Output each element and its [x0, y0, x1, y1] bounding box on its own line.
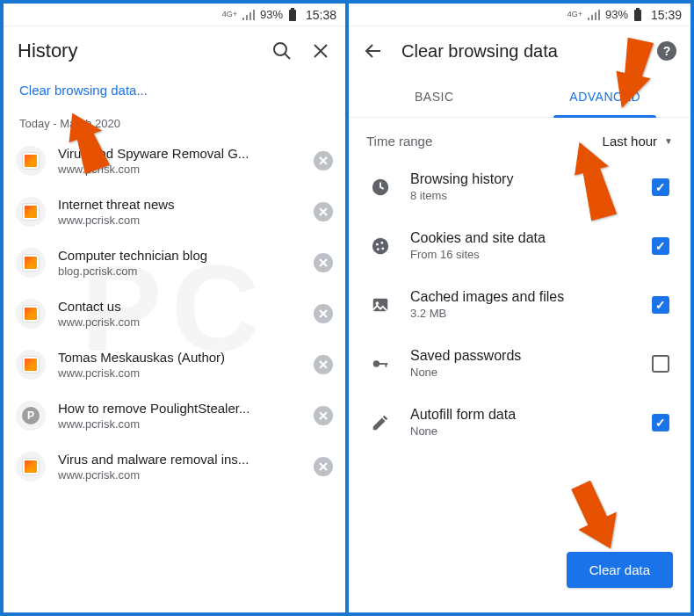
time-range-selector[interactable]: Time range Last hour ▼ — [349, 118, 690, 157]
clear-option-row[interactable]: Autofill form dataNone — [352, 393, 687, 452]
history-item-title: Contact us — [58, 299, 301, 314]
close-icon[interactable] — [310, 40, 331, 62]
key-icon — [370, 353, 391, 374]
clear-data-screen: 4G+ 93% 15:39 Clear browsing data ? BASI… — [349, 4, 690, 612]
svg-rect-21 — [636, 8, 640, 10]
clear-option-row[interactable]: Cached images and files3.2 MB — [352, 275, 687, 334]
pencil-icon — [370, 412, 391, 433]
arrow-annotation — [559, 477, 629, 560]
delete-item-icon[interactable] — [314, 304, 333, 323]
option-subtitle: None — [410, 424, 633, 438]
history-item-domain: www.pcrisk.com — [58, 366, 301, 380]
delete-item-icon[interactable] — [314, 457, 333, 476]
svg-point-2 — [274, 43, 286, 55]
option-checkbox[interactable] — [652, 355, 669, 373]
network-indicator: 4G+ — [567, 11, 582, 18]
option-subtitle: None — [410, 366, 633, 379]
history-item[interactable]: Contact uswww.pcrisk.com — [4, 288, 345, 339]
network-indicator: 4G+ — [222, 11, 237, 18]
history-item-title: Tomas Meskauskas (Author) — [58, 350, 301, 365]
clock: 15:38 — [306, 8, 336, 22]
delete-item-icon[interactable] — [314, 202, 333, 221]
option-checkbox[interactable] — [652, 237, 669, 255]
battery-icon — [288, 8, 297, 22]
svg-point-27 — [381, 247, 384, 250]
history-item-domain: www.pcrisk.com — [58, 315, 301, 329]
favicon — [16, 350, 46, 380]
svg-point-24 — [372, 237, 388, 253]
svg-line-3 — [285, 54, 290, 59]
svg-point-26 — [380, 241, 383, 243]
option-title: Cached images and files — [410, 289, 633, 305]
option-title: Autofill form data — [410, 407, 633, 423]
tab-advanced[interactable]: ADVANCED — [520, 76, 691, 117]
page-title: Clear browsing data — [401, 41, 640, 62]
svg-point-28 — [377, 248, 380, 250]
time-range-value: Last hour — [603, 134, 658, 149]
favicon — [16, 299, 46, 329]
history-item-title: Internet threat news — [58, 197, 301, 212]
svg-rect-20 — [634, 10, 641, 21]
history-item[interactable]: Computer technician blogblog.pcrisk.com — [4, 237, 345, 288]
history-item-domain: www.pcrisk.com — [58, 214, 301, 227]
clear-option-row[interactable]: Saved passwordsNone — [352, 334, 687, 393]
history-item-title: Virus and Spyware Removal G... — [58, 146, 301, 161]
history-item-domain: blog.pcrisk.com — [58, 265, 301, 278]
history-screen: PC 4G+ 93% 15:38 History Clear browsing … — [4, 4, 345, 612]
favicon: P — [16, 401, 46, 431]
history-item[interactable]: Tomas Meskauskas (Author)www.pcrisk.com — [4, 339, 345, 390]
clock-icon — [370, 177, 391, 198]
signal-icon — [242, 10, 255, 20]
history-item-title: Computer technician blog — [58, 248, 301, 263]
history-item[interactable]: Virus and malware removal ins...www.pcri… — [4, 441, 345, 492]
clear-option-row[interactable]: Cookies and site dataFrom 16 sites — [352, 216, 687, 275]
favicon — [16, 146, 46, 176]
clear-data-button[interactable]: Clear data — [567, 552, 673, 588]
battery-percent: 93% — [260, 8, 283, 21]
svg-point-31 — [373, 360, 380, 366]
history-item-title: How to remove PoulightStealer... — [58, 401, 301, 416]
tab-basic[interactable]: BASIC — [349, 76, 520, 117]
option-checkbox[interactable] — [652, 296, 669, 314]
svg-point-30 — [376, 301, 380, 305]
cookie-icon — [370, 236, 391, 257]
option-title: Cookies and site data — [410, 230, 633, 246]
clear-options-list: Browsing history8 itemsCookies and site … — [349, 157, 690, 452]
battery-percent: 93% — [605, 8, 628, 21]
delete-item-icon[interactable] — [314, 151, 333, 170]
svg-rect-0 — [289, 10, 296, 21]
back-icon[interactable] — [363, 40, 384, 62]
status-bar: 4G+ 93% 15:38 — [4, 4, 345, 26]
history-item-domain: www.pcrisk.com — [58, 417, 301, 431]
history-item[interactable]: PHow to remove PoulightStealer...www.pcr… — [4, 390, 345, 441]
delete-item-icon[interactable] — [314, 406, 333, 425]
favicon — [16, 248, 46, 278]
option-checkbox[interactable] — [652, 178, 669, 196]
appbar: Clear browsing data ? — [349, 26, 690, 76]
option-subtitle: 8 items — [410, 189, 633, 202]
chevron-down-icon: ▼ — [664, 136, 673, 146]
option-checkbox[interactable] — [652, 414, 669, 431]
option-subtitle: 3.2 MB — [410, 307, 633, 320]
svg-rect-33 — [386, 363, 387, 367]
history-item[interactable]: Internet threat newswww.pcrisk.com — [4, 186, 345, 237]
signal-icon — [588, 10, 600, 20]
image-icon — [370, 294, 391, 315]
delete-item-icon[interactable] — [314, 253, 333, 272]
option-title: Browsing history — [410, 171, 633, 187]
battery-icon — [633, 8, 642, 22]
favicon — [16, 197, 46, 227]
search-icon[interactable] — [271, 40, 293, 62]
appbar: History — [4, 26, 345, 76]
favicon — [16, 452, 46, 482]
help-icon[interactable]: ? — [657, 41, 676, 61]
delete-item-icon[interactable] — [314, 355, 333, 374]
option-title: Saved passwords — [410, 348, 633, 364]
history-list: Virus and Spyware Removal G...www.pcrisk… — [4, 135, 345, 612]
clock: 15:39 — [651, 8, 682, 22]
history-item[interactable]: Virus and Spyware Removal G...www.pcrisk… — [4, 135, 345, 186]
clear-browsing-data-link[interactable]: Clear browsing data... — [4, 76, 345, 108]
clear-option-row[interactable]: Browsing history8 items — [352, 157, 687, 216]
svg-point-25 — [376, 243, 379, 245]
svg-rect-1 — [291, 8, 294, 10]
